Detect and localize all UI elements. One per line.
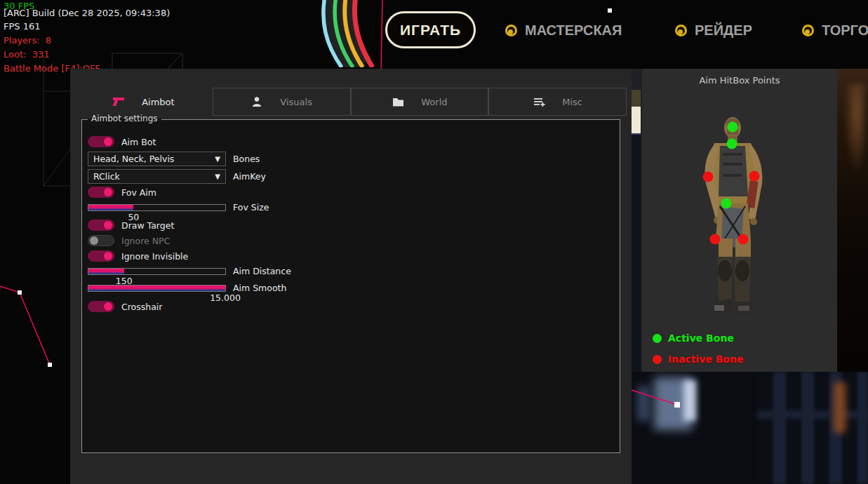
- tab-label: Visuals: [280, 97, 312, 107]
- background-scene: [632, 372, 868, 484]
- toggle-knob: [104, 221, 112, 229]
- hitbox-point-left-hip: [710, 234, 721, 245]
- ignore-npc-label: Ignore NPC: [121, 236, 170, 246]
- menu-bullet-icon: [505, 25, 517, 36]
- background-strip-navy: [632, 133, 641, 372]
- menu-item-trade[interactable]: ТОРГО: [802, 21, 868, 39]
- aim-smooth-label: Aim Smooth: [233, 283, 286, 293]
- hitbox-point-left-arm: [703, 172, 714, 182]
- person-icon: [251, 96, 263, 107]
- crosshair-label: Crosshair: [121, 302, 162, 312]
- hitbox-point-right-arm: [749, 171, 760, 182]
- build-text: [ARC] Build (Dec 28 2025, 09:43:38): [4, 8, 170, 18]
- folder-icon: [392, 96, 404, 107]
- toggle-knob: [104, 302, 112, 311]
- cheat-menu-panel: Aimbot Visuals World: [70, 69, 632, 484]
- legend-inactive-bone: Inactive Bone: [653, 354, 744, 365]
- toggle-knob: [104, 252, 112, 260]
- ignore-npc-toggle[interactable]: [88, 235, 114, 246]
- hitbox-panel: Aim HitBox Points: [642, 69, 837, 372]
- toggle-knob: [104, 137, 112, 146]
- scene-beam: [758, 410, 868, 419]
- players-count-text: Players: 8: [4, 35, 51, 46]
- chevron-down-icon: ▼: [215, 173, 220, 180]
- tab-bar: Aimbot Visuals World: [74, 88, 627, 116]
- background-rust-patch: [844, 84, 865, 175]
- loot-count-text: Loot: 331: [4, 49, 49, 60]
- scene-window-bright: [683, 380, 696, 421]
- aimbot-settings-group: Aimbot settings Aim Bot Head, Neck, Pelv…: [81, 119, 620, 453]
- slider-fill: [88, 269, 124, 274]
- menu-item-raider[interactable]: РЕЙДЕР: [675, 21, 752, 39]
- bones-dropdown-value: Head, Neck, Pelvis: [93, 154, 174, 164]
- toggle-knob: [90, 236, 98, 245]
- tab-aimbot[interactable]: Aimbot: [74, 88, 213, 116]
- aim-distance-label: Aim Distance: [233, 266, 291, 276]
- hitbox-point-pelvis: [721, 199, 732, 209]
- hitbox-point-head: [728, 122, 738, 133]
- toggle-knob: [104, 188, 112, 196]
- play-button[interactable]: ИГРАТЬ: [385, 11, 476, 48]
- pistol-icon: [112, 96, 125, 107]
- ignore-invisible-label: Ignore Invisible: [121, 251, 188, 262]
- bones-label: Bones: [233, 154, 260, 164]
- draw-target-label: Draw Target: [121, 220, 174, 231]
- aimkey-label: AimKey: [233, 171, 266, 182]
- background-strip-cream: [632, 107, 641, 133]
- fps-text: FPS 161: [4, 21, 41, 32]
- hitbox-dots-layer: [642, 69, 837, 372]
- chevron-down-icon: ▼: [215, 155, 220, 163]
- hitbox-point-neck: [727, 139, 737, 149]
- hitbox-point-right-hip: [738, 234, 749, 245]
- fov-aim-toggle[interactable]: [88, 187, 114, 198]
- background-strip-olive: [632, 90, 641, 107]
- white-dot: [608, 8, 612, 13]
- aim-bot-label: Aim Bot: [121, 137, 156, 147]
- aim-smooth-value: 15.000: [210, 293, 241, 303]
- legend-label: Inactive Bone: [668, 354, 744, 365]
- menu-bullet-icon: [675, 25, 687, 36]
- menu-item-label: ТОРГО: [822, 22, 868, 39]
- fov-size-slider[interactable]: 50: [88, 204, 226, 211]
- rainbow-streak-art: [305, 0, 393, 67]
- legend-label: Active Bone: [668, 332, 734, 344]
- aim-distance-slider[interactable]: 150: [88, 268, 226, 275]
- screen: 30 FPS [ARC] Build (Dec 28 2025, 09:43:3…: [0, 0, 868, 484]
- legend-active-bone: Active Bone: [653, 332, 734, 344]
- crosshair-toggle[interactable]: [88, 301, 114, 312]
- menu-item-label: МАСТЕРСКАЯ: [525, 22, 622, 39]
- scene-window-dim: [637, 386, 650, 421]
- draw-target-toggle[interactable]: [88, 220, 114, 231]
- aimkey-dropdown[interactable]: RClick ▼: [88, 169, 226, 184]
- menu-item-workshop[interactable]: МАСТЕРСКАЯ: [505, 21, 622, 39]
- section-title: Aimbot settings: [88, 114, 161, 123]
- scene-window-grid: [758, 372, 868, 484]
- fov-aim-label: Fov Aim: [121, 187, 156, 198]
- slider-fill: [88, 205, 133, 210]
- active-bone-dot-icon: [653, 334, 662, 343]
- aimkey-dropdown-value: RClick: [93, 171, 120, 182]
- tab-label: World: [421, 97, 447, 107]
- menu-bullet-icon: [802, 25, 814, 36]
- tab-label: Aimbot: [142, 97, 174, 107]
- tab-label: Misc: [562, 97, 582, 107]
- aim-bot-toggle[interactable]: [88, 136, 114, 147]
- tab-world[interactable]: World: [351, 88, 489, 116]
- aim-smooth-slider[interactable]: 15.000: [88, 285, 226, 292]
- slider-fill: [88, 285, 225, 291]
- tab-visuals[interactable]: Visuals: [213, 88, 351, 116]
- tab-misc[interactable]: Misc: [488, 88, 627, 116]
- bones-dropdown[interactable]: Head, Neck, Pelvis ▼: [88, 152, 226, 166]
- menu-item-label: РЕЙДЕР: [695, 22, 752, 39]
- fov-size-label: Fov Size: [233, 202, 269, 213]
- scene-orange-figure: [834, 382, 846, 433]
- playlist-add-icon: [533, 96, 545, 107]
- ignore-invisible-toggle[interactable]: [88, 250, 114, 262]
- inactive-bone-dot-icon: [653, 355, 662, 364]
